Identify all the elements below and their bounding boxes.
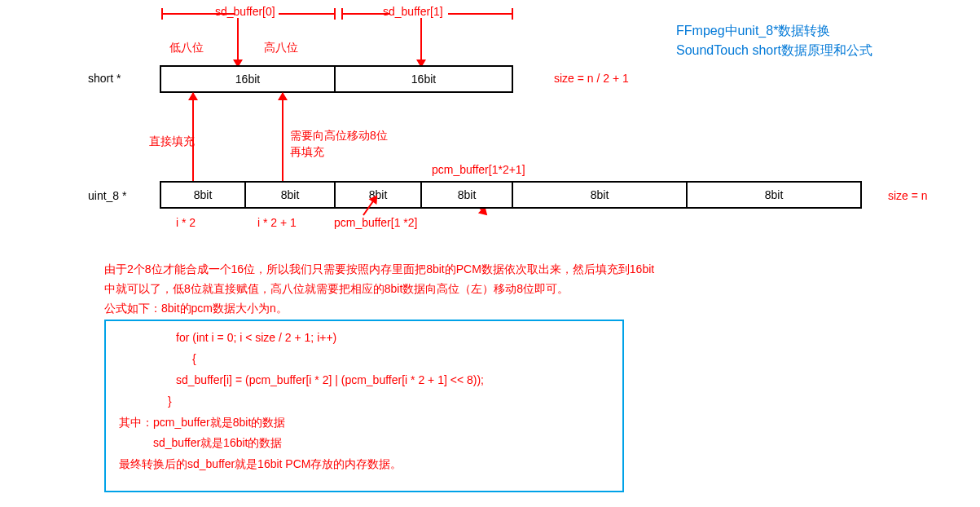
index-0-label: i * 2 [176, 216, 196, 229]
title-line-1: FFmpeg中unit_8*数据转换 [676, 23, 830, 40]
cell-text: 8bit [458, 188, 477, 201]
code-line-3: sd_buffer[i] = (pcm_buffer[i * 2] | (pcm… [119, 370, 609, 391]
cell-text: 8bit [591, 188, 609, 201]
sd-buffer-1-label: sd_buffer[1] [383, 5, 443, 18]
code-line-1: for (int i = 0; i < size / 2 + 1; i++) [119, 328, 609, 349]
shift-fill-line1: 需要向高位移动8位 [290, 129, 388, 143]
bracket-tick [512, 8, 513, 20]
arrow-down-icon [420, 18, 422, 67]
note-line-1: 其中：pcm_buffer就是8bit的数据 [119, 412, 609, 434]
code-line-4: } [119, 391, 609, 412]
shift-fill-line2: 再填充 [290, 145, 324, 160]
paragraph-line-1: 由于2个8位才能合成一个16位，所以我们只需要按照内存里面把8bit的PCM数据… [104, 262, 654, 277]
uint8-cell-3: 8bit [420, 181, 513, 209]
arrow-down-icon [237, 18, 239, 67]
cell-text: 8bit [194, 188, 213, 201]
cell-text: 16bit [235, 73, 260, 86]
paragraph-line-2: 中就可以了，低8位就直接赋值，高八位就需要把相应的8bit数据向高位（左）移动8… [104, 282, 569, 297]
size-half-label: size = n / 2 + 1 [554, 72, 629, 85]
short-cell-0: 16bit [160, 65, 336, 93]
bracket-hline [448, 13, 513, 15]
pcm-buffer-1x2p1-label: pcm_buffer[1*2+1] [432, 163, 525, 176]
code-line-2: { [119, 349, 609, 370]
note-line-3: 最终转换后的sd_buffer就是16bit PCM存放的内存数据。 [119, 454, 609, 475]
uint8-cell-1: 8bit [244, 181, 336, 209]
pcm-buffer-1x2-label: pcm_buffer[1 *2] [334, 216, 417, 229]
paragraph-line-3: 公式如下：8bit的pcm数据大小为n。 [104, 302, 288, 316]
high-8-label: 高八位 [264, 41, 298, 55]
code-box: for (int i = 0; i < size / 2 + 1; i++) {… [104, 320, 624, 492]
note-line-2: sd_buffer就是16bit的数据 [119, 433, 609, 454]
bracket-tick [334, 8, 336, 20]
size-n-label: size = n [888, 189, 928, 202]
title-line-2: SoundTouch short数据原理和公式 [676, 42, 872, 60]
uint8-pointer-label: uint_8 * [88, 189, 126, 202]
direct-fill-label: 直接填充 [149, 134, 195, 149]
bracket-hline [279, 13, 336, 15]
cell-text: 8bit [281, 188, 300, 201]
cell-text: 8bit [765, 188, 784, 201]
diagram-canvas: FFmpeg中unit_8*数据转换 SoundTouch short数据原理和… [0, 0, 980, 507]
uint8-cell-0: 8bit [160, 181, 246, 209]
cell-text: 16bit [411, 73, 436, 86]
short-cell-1: 16bit [334, 65, 513, 93]
low-8-label: 低八位 [169, 41, 204, 55]
arrow-up-icon [282, 93, 283, 181]
uint8-cell-4: 8bit [512, 181, 688, 209]
short-pointer-label: short * [88, 72, 121, 85]
index-1-label: i * 2 + 1 [257, 216, 297, 229]
uint8-cell-5: 8bit [686, 181, 862, 209]
sd-buffer-0-label: sd_buffer[0] [215, 5, 275, 18]
